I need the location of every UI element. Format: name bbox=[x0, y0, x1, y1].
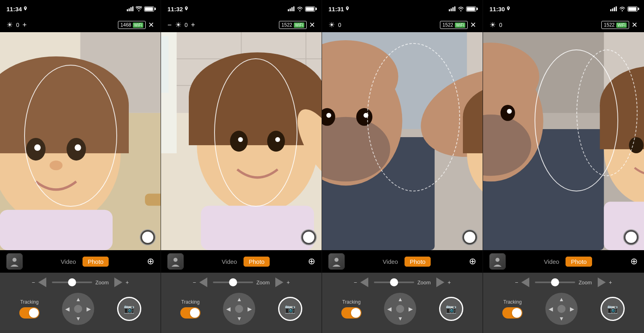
thumbnail-3[interactable] bbox=[328, 253, 345, 269]
tracking-toggle-4[interactable] bbox=[502, 307, 522, 319]
add-device-btn-3[interactable]: ⊕ bbox=[469, 256, 476, 267]
device-info-3: 1522 WiFi ✕ bbox=[440, 21, 476, 29]
mode-buttons-3: Video Photo bbox=[383, 257, 431, 267]
zoom-thumb-2[interactable] bbox=[229, 278, 237, 286]
signal-icon-2 bbox=[288, 6, 295, 11]
zoom-minus-4[interactable]: − bbox=[515, 279, 518, 286]
thumb-img-3 bbox=[329, 254, 344, 269]
location-icon-4 bbox=[506, 6, 510, 11]
svg-rect-21 bbox=[291, 7, 293, 11]
tracking-toggle-3[interactable] bbox=[341, 307, 361, 319]
zoom-plus-1[interactable]: + bbox=[126, 279, 129, 286]
close-button-1[interactable]: ✕ bbox=[148, 21, 154, 29]
phone-panel-1: 11:34 ☀ 0 + bbox=[0, 0, 161, 333]
camera-btn-3[interactable]: 📷 bbox=[439, 297, 463, 321]
photo-mode-btn-3[interactable]: Photo bbox=[405, 257, 431, 267]
brightness-icon-2: ☀ bbox=[175, 21, 182, 29]
dpad-right-4: ▶ bbox=[570, 306, 574, 312]
zoom-minus-3[interactable]: − bbox=[354, 279, 357, 286]
thumbnail-4[interactable] bbox=[489, 253, 506, 269]
dpad-1[interactable]: ▲ ▼ ◀ ▶ bbox=[62, 293, 94, 325]
svg-rect-19 bbox=[288, 9, 289, 11]
bottom-controls-1: Tracking ▲ ▼ ◀ ▶ 📷 bbox=[0, 293, 161, 325]
video-mode-btn-2[interactable]: Video bbox=[222, 258, 237, 265]
zoom-minus-2[interactable]: − bbox=[193, 279, 196, 286]
video-mode-btn-3[interactable]: Video bbox=[383, 258, 398, 265]
camera-view-3[interactable] bbox=[322, 32, 483, 250]
zoom-track-3[interactable] bbox=[374, 282, 414, 283]
add-device-btn-4[interactable]: ⊕ bbox=[630, 256, 638, 267]
zoom-plus-3[interactable]: + bbox=[448, 279, 451, 286]
scene-svg-2 bbox=[161, 32, 322, 250]
tracking-toggle-2[interactable] bbox=[180, 307, 200, 319]
signal-icon-1 bbox=[127, 6, 134, 11]
location-icon-3 bbox=[345, 6, 349, 11]
close-button-2[interactable]: ✕ bbox=[309, 21, 315, 29]
camera-btn-1[interactable]: 📷 bbox=[117, 297, 141, 321]
close-button-3[interactable]: ✕ bbox=[470, 21, 476, 29]
camera-view-4[interactable] bbox=[483, 32, 644, 250]
svg-point-13 bbox=[74, 144, 81, 151]
minus-button-2[interactable]: − bbox=[167, 21, 172, 29]
video-mode-btn-1[interactable]: Video bbox=[61, 258, 76, 265]
camera-btn-4[interactable]: 📷 bbox=[601, 297, 625, 321]
mode-bar-4: Video Photo ⊕ bbox=[483, 250, 644, 273]
photo-mode-btn-2[interactable]: Photo bbox=[244, 257, 270, 267]
camera-view-1[interactable] bbox=[0, 32, 161, 250]
camera-btn-2[interactable]: 📷 bbox=[278, 297, 302, 321]
shutter-inner-2 bbox=[303, 232, 314, 243]
dpad-2[interactable]: ▲ ▼ ◀ ▶ bbox=[223, 293, 255, 325]
zoom-track-4[interactable] bbox=[535, 282, 575, 283]
zoom-arrow-left-4 bbox=[521, 278, 529, 287]
dpad-right-1: ▶ bbox=[87, 306, 91, 312]
thumbnail-2[interactable] bbox=[167, 253, 184, 269]
svg-rect-62 bbox=[463, 117, 483, 153]
zoom-plus-4[interactable]: + bbox=[609, 279, 612, 286]
shutter-overlay-4[interactable] bbox=[623, 229, 639, 245]
zoom-minus-1[interactable]: − bbox=[32, 279, 35, 286]
dpad-right-2: ▶ bbox=[248, 306, 252, 312]
zoom-arrow-left-3 bbox=[360, 278, 368, 287]
zoom-label-4: Zoom bbox=[578, 280, 592, 286]
zoom-row-3: − Zoom + bbox=[322, 278, 483, 287]
time-display-3: 11:31 bbox=[328, 6, 344, 12]
thumb-img-4 bbox=[490, 254, 505, 269]
dpad-down-2: ▼ bbox=[237, 315, 242, 322]
dpad-up-3: ▲ bbox=[398, 296, 403, 302]
photo-mode-btn-1[interactable]: Photo bbox=[83, 257, 109, 267]
status-time-2: 11:32 bbox=[167, 6, 188, 12]
shutter-overlay-2[interactable] bbox=[301, 229, 317, 245]
plus-button-2[interactable]: + bbox=[191, 21, 195, 29]
brightness-icon-3: ☀ bbox=[328, 21, 335, 29]
svg-rect-9 bbox=[0, 105, 129, 153]
thumbnail-1[interactable] bbox=[6, 253, 23, 269]
dpad-center-2 bbox=[235, 305, 243, 313]
zoom-arrow-right-4 bbox=[598, 278, 606, 287]
dpad-3[interactable]: ▲ ▼ ◀ ▶ bbox=[384, 293, 416, 325]
dpad-4[interactable]: ▲ ▼ ◀ ▶ bbox=[545, 293, 578, 325]
device-id-3: 1522 bbox=[442, 22, 453, 28]
svg-point-12 bbox=[34, 144, 41, 151]
zoom-plus-2[interactable]: + bbox=[287, 279, 290, 286]
zoom-track-1[interactable] bbox=[52, 282, 92, 283]
plus-button-1[interactable]: + bbox=[23, 21, 27, 29]
zoom-track-2[interactable] bbox=[213, 282, 253, 283]
toggle-knob-3 bbox=[351, 308, 361, 318]
tracking-toggle-1[interactable] bbox=[19, 307, 39, 319]
dpad-left-2: ◀ bbox=[226, 306, 231, 312]
zoom-thumb-4[interactable] bbox=[551, 278, 559, 286]
shutter-overlay-1[interactable] bbox=[140, 229, 156, 245]
camera-view-2[interactable] bbox=[161, 32, 322, 250]
close-button-4[interactable]: ✕ bbox=[632, 21, 638, 29]
add-device-btn-2[interactable]: ⊕ bbox=[308, 256, 315, 267]
photo-mode-btn-4[interactable]: Photo bbox=[566, 257, 592, 267]
add-device-btn-1[interactable]: ⊕ bbox=[147, 256, 154, 267]
wifi-icon-4 bbox=[619, 6, 625, 11]
svg-rect-45 bbox=[451, 8, 452, 11]
video-mode-btn-4[interactable]: Video bbox=[544, 258, 559, 265]
shutter-overlay-3[interactable] bbox=[462, 229, 478, 245]
zoom-thumb-3[interactable] bbox=[390, 278, 398, 286]
zoom-thumb-1[interactable] bbox=[68, 278, 76, 286]
svg-point-43 bbox=[173, 258, 178, 262]
dpad-left-3: ◀ bbox=[387, 306, 392, 312]
